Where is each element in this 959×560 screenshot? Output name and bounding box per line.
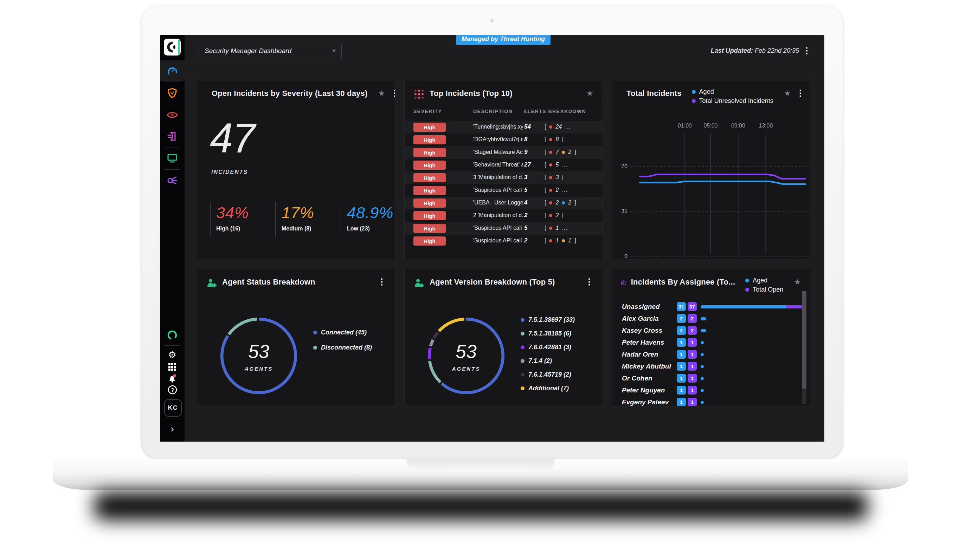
app-logo[interactable] [164,39,181,56]
bar-aged-segment [701,389,704,392]
sidebar-item-endpoints[interactable] [160,150,185,166]
table-row[interactable]: High'Suspicious API call f...2[11] [405,235,602,247]
help-icon[interactable]: ? [160,383,185,396]
assignee-badges: 11 [677,362,697,371]
managed-by-badge: Managed by Threat Hunting [456,35,551,45]
avatar[interactable]: KC [164,399,182,417]
agents-label: AGENTS [452,366,481,372]
table-row[interactable]: High'DGA:yhhv0cvui7rj.r...8[8] [405,134,602,146]
list-item[interactable]: Mickey Abutbul11 [612,360,810,372]
sidebar-item-dashboard[interactable] [160,62,185,79]
sidebar-item-network[interactable] [160,172,185,188]
list-item[interactable]: Peter Nguyen11 [612,384,810,396]
settings-gear-icon[interactable]: ⚙ [160,349,185,361]
svg-text:01:00: 01:00 [678,123,692,129]
dashboard-gauge-icon [167,65,178,76]
alert-count: 2 [524,212,527,219]
bar-aged-segment [701,341,704,344]
dashboard-selector-value: Security Manager Dashboard [205,47,292,55]
card-title: Open Incidents by Severity (Last 30 days… [212,89,367,98]
table-row[interactable]: High'Tunneling:sbvjhs.xyz...54[24… [405,121,602,134]
assignee-badges: 3137 [677,302,697,311]
eye-icon [166,110,178,119]
legend-item: Aged [692,88,773,95]
card-title: Agent Version Breakdown (Top 5) [430,278,555,287]
notifications-bell-icon[interactable] [160,372,185,384]
table-row[interactable]: High2 'Manipulation of d...2[2] [405,209,602,222]
card-kebab-menu[interactable]: ⋮ [390,89,395,97]
alerts-breakdown: [72] [545,149,576,155]
dashboard-selector-dropdown[interactable]: Security Manager Dashboard ˅ [199,43,342,59]
list-item[interactable]: Kasey Cross22 [612,325,810,337]
scrollbar-thumb[interactable] [802,291,806,388]
svg-text:70: 70 [621,163,628,169]
assignee-bar [701,341,704,344]
legend-item: 7.5.1.38697 (33) [521,316,575,324]
scrollbar-track[interactable] [802,291,806,404]
favorite-star-icon[interactable]: ★ [794,278,801,287]
apps-grid-icon[interactable] [160,361,185,373]
sidebar-divider [164,81,180,81]
alert-count: 3 [524,174,527,181]
bar-open-segment [786,305,803,309]
legend-label: Total Unresolved Incidents [699,97,773,105]
card-kebab-menu[interactable]: ⋮ [378,278,386,286]
legend-label: Disconnected (8) [321,344,372,351]
card-kebab-menu[interactable]: ⋮ [796,89,804,97]
sidebar-item-visibility[interactable] [160,107,185,123]
table-row[interactable]: High3 'Manipulation of d...3[3] [405,172,602,184]
total-open-count-badge: 1 [688,362,697,371]
agent-person-gear-icon [414,278,424,288]
legend-item: 7.6.1.45719 (2) [521,371,575,379]
sidebar-item-ranger[interactable] [160,327,185,343]
assignee-bar [701,329,706,332]
assignee-list: Unassigned3137Alex Garcia22Kasey Cross22… [612,301,810,406]
card-agent-version: Agent Version Breakdown (Top 5) ⋮ 53 AGE… [404,269,603,406]
table-row[interactable]: High'Behavioral Threat' al...27[5… [405,159,602,172]
sidebar-divider [164,191,180,191]
legend-label: 7.5.1.38185 (6) [528,330,571,337]
list-item[interactable]: Hadar Oren11 [612,348,810,360]
table-row[interactable]: High'UEBA - User Logged...4[22] [405,197,602,209]
legend-item: 7.5.1.38185 (6) [521,330,575,337]
list-item[interactable]: Evgeny Paleev11 [612,396,810,406]
alert-count: 5 [524,224,527,232]
legend-dot [313,346,317,350]
list-item[interactable]: Alex Garcia22 [612,313,810,325]
list-item[interactable]: Or Cohen11 [612,372,810,384]
agents-count: 53 [456,340,477,362]
grid-glyph [168,363,177,371]
topbar-kebab-menu[interactable]: ⋮ [803,46,811,56]
favorite-star-icon[interactable]: ★ [586,89,593,98]
favorite-star-icon[interactable]: ★ [784,89,791,98]
table-header: SEVERITY DESCRIPTION ALERTS BREAKDOWN [405,102,602,122]
table-row[interactable]: High'Suspicious API call f...5[2… [405,184,602,197]
expand-sidebar-chevron-icon[interactable]: › [160,423,185,435]
alert-count: 4 [524,199,527,206]
card-kebab-menu[interactable]: ⋮ [585,278,593,286]
alerts-breakdown: [2] [545,212,564,218]
card-title: Agent Status Breakdown [222,278,315,287]
severity-badge: High [413,173,446,182]
list-item[interactable]: Unassigned3137 [612,301,810,313]
bar-aged-segment [701,401,704,404]
donut-center-label: 53 AGENTS [213,310,305,402]
severity-stats-row: 34% High (16) 17% Medium (8) 48.9% Low (… [210,202,395,237]
table-row[interactable]: High'Suspicious API call f...5[1… [405,222,602,235]
legend-dot [521,332,524,336]
chevron-down-icon: ˅ [332,48,336,54]
svg-text:35: 35 [621,208,628,214]
sidebar-item-reports[interactable] [160,128,185,145]
assignee-bar [701,305,803,309]
stat-low: 48.9% Low (23) [341,202,395,237]
legend-dot [521,359,524,363]
list-item[interactable]: Peter Havens11 [612,337,810,348]
table-row[interactable]: High'Staged Malware Ac...9[72] [405,146,602,159]
donut-legend: 7.5.1.38697 (33)7.5.1.38185 (6)7.6.0.428… [521,316,575,392]
severity-badge: High [413,161,446,170]
sidebar-item-protection[interactable] [160,85,185,101]
svg-text:13:00: 13:00 [758,123,773,129]
aged-count-badge: 1 [677,398,686,406]
donut-legend: Connected (45)Disconnected (8) [313,329,372,351]
favorite-star-icon[interactable]: ★ [378,89,385,98]
